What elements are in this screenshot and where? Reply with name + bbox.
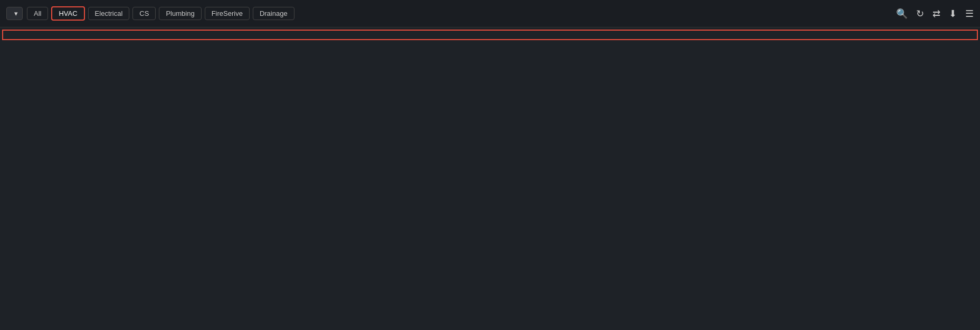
top-bar-actions: 🔍 ↻ ⇄ ⬇ ☰: [896, 8, 974, 20]
filter-tab-hvac[interactable]: HVAC: [51, 6, 84, 21]
filter-tabs: AllHVACElectricalCSPlumbingFireSeriveDra…: [27, 6, 294, 21]
refresh-icon[interactable]: ↻: [916, 8, 924, 20]
menu-icon[interactable]: ☰: [965, 8, 974, 20]
top-bar: ▾ AllHVACElectricalCSPlumbingFireSeriveD…: [0, 0, 980, 27]
search-icon[interactable]: 🔍: [896, 8, 908, 20]
filter-tab-electrical[interactable]: Electrical: [88, 7, 130, 20]
filter-tab-fireserive[interactable]: FireSerive: [205, 7, 250, 20]
floor-selector[interactable]: ▾: [6, 7, 23, 20]
compare-icon[interactable]: ⇄: [933, 8, 940, 20]
download-icon[interactable]: ⬇: [949, 8, 957, 20]
chevron-down-icon: ▾: [14, 10, 18, 17]
filter-tab-all[interactable]: All: [27, 7, 48, 20]
filter-tab-drainage[interactable]: Drainage: [253, 7, 294, 20]
card-grid: [2, 30, 978, 40]
filter-tab-plumbing[interactable]: Plumbing: [159, 7, 201, 20]
filter-tab-cs[interactable]: CS: [132, 7, 156, 20]
